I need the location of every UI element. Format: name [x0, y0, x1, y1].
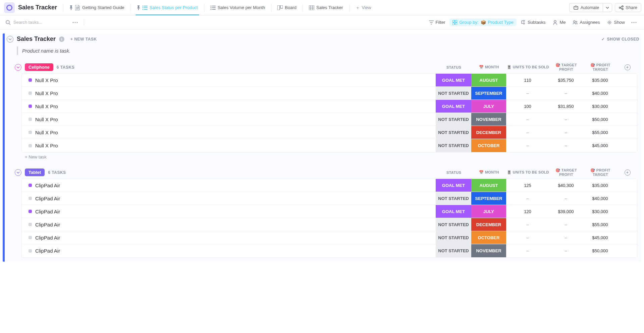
- show-button[interactable]: Show: [604, 18, 628, 26]
- status-square-icon[interactable]: [29, 210, 32, 213]
- add-column[interactable]: ＋: [618, 170, 637, 176]
- profit-target-cell[interactable]: $55,000: [583, 218, 618, 231]
- status-cell[interactable]: NOT STARTED: [436, 139, 471, 152]
- tab-volume-per-month[interactable]: Sales Volume per Month: [206, 0, 269, 15]
- task-name[interactable]: ClipPad Air: [35, 248, 60, 254]
- search-input[interactable]: [13, 20, 54, 25]
- task-name[interactable]: Null X Pro: [35, 143, 58, 148]
- status-cell[interactable]: NOT STARTED: [436, 87, 471, 99]
- status-square-icon[interactable]: [29, 197, 32, 200]
- task-name[interactable]: ClipPad Air: [35, 183, 60, 188]
- profit-target-cell[interactable]: $50,000: [583, 113, 618, 126]
- target-profit-cell[interactable]: $40,300: [549, 179, 583, 192]
- month-cell[interactable]: SEPTEMBER: [471, 192, 506, 205]
- groupby-button[interactable]: Group by: 📦 Product Type: [449, 18, 516, 26]
- units-cell[interactable]: –: [506, 244, 549, 257]
- task-name[interactable]: Null X Pro: [35, 117, 58, 122]
- status-cell[interactable]: NOT STARTED: [436, 113, 471, 126]
- table-row[interactable]: Null X Pro NOT STARTED SEPTEMBER – – $40…: [22, 87, 637, 100]
- group-name-pill[interactable]: Cellphone: [25, 63, 53, 71]
- target-profit-cell[interactable]: –: [549, 113, 583, 126]
- units-cell[interactable]: –: [506, 231, 549, 244]
- tab-getting-started[interactable]: Getting Started Guide: [65, 0, 128, 15]
- task-name[interactable]: ClipPad Air: [35, 209, 60, 214]
- month-cell[interactable]: AUGUST: [471, 74, 506, 86]
- new-task-button[interactable]: + NEW TASK: [70, 37, 97, 42]
- table-row[interactable]: ClipPad Air NOT STARTED NOVEMBER – – $50…: [22, 244, 637, 257]
- units-cell[interactable]: –: [506, 113, 549, 126]
- automate-dropdown[interactable]: [603, 3, 612, 12]
- profit-target-cell[interactable]: $50,000: [583, 244, 618, 257]
- group-collapse-toggle[interactable]: [15, 169, 21, 176]
- tab-sales-tracker[interactable]: Sales Tracker: [305, 0, 347, 15]
- month-cell[interactable]: JULY: [471, 205, 506, 218]
- target-profit-cell[interactable]: $31,850: [549, 100, 583, 113]
- status-cell[interactable]: GOAL MET: [436, 179, 471, 192]
- target-profit-cell[interactable]: –: [549, 126, 583, 139]
- col-target-profit[interactable]: 🎯 TARGET PROFIT: [549, 168, 583, 177]
- task-name[interactable]: Null X Pro: [35, 90, 58, 96]
- table-row[interactable]: ClipPad Air NOT STARTED OCTOBER – – $45,…: [22, 231, 637, 244]
- status-square-icon[interactable]: [29, 131, 32, 134]
- units-cell[interactable]: –: [506, 87, 549, 99]
- col-status[interactable]: STATUS: [436, 171, 472, 175]
- month-cell[interactable]: NOVEMBER: [471, 244, 506, 257]
- units-cell[interactable]: 100: [506, 100, 549, 113]
- col-month[interactable]: 📅 MONTH: [472, 170, 506, 175]
- profit-target-cell[interactable]: $45,000: [583, 231, 618, 244]
- status-square-icon[interactable]: [29, 236, 32, 239]
- subtasks-button[interactable]: Subtasks: [518, 18, 548, 26]
- collapse-toggle[interactable]: [7, 36, 13, 43]
- new-task-row[interactable]: + New task: [25, 154, 637, 159]
- month-cell[interactable]: DECEMBER: [471, 218, 506, 231]
- table-row[interactable]: ClipPad Air GOAL MET AUGUST 125 $40,300 …: [22, 179, 637, 192]
- add-column[interactable]: ＋: [618, 64, 637, 70]
- profit-target-cell[interactable]: $35,000: [583, 74, 618, 86]
- col-units[interactable]: 🎚️ UNITS TO BE SOLD: [506, 65, 549, 69]
- task-name[interactable]: Null X Pro: [35, 130, 58, 135]
- status-cell[interactable]: NOT STARTED: [436, 218, 471, 231]
- status-cell[interactable]: GOAL MET: [436, 74, 471, 86]
- table-row[interactable]: Null X Pro NOT STARTED NOVEMBER – – $50,…: [22, 113, 637, 126]
- col-profit-target[interactable]: 🎯 PROFIT TARGET: [583, 168, 618, 177]
- units-cell[interactable]: –: [506, 218, 549, 231]
- automate-button[interactable]: Automate: [569, 3, 603, 12]
- profit-target-cell[interactable]: $30,000: [583, 100, 618, 113]
- task-name[interactable]: Null X Pro: [35, 77, 58, 83]
- profit-target-cell[interactable]: $55,000: [583, 126, 618, 139]
- month-cell[interactable]: JULY: [471, 100, 506, 113]
- units-cell[interactable]: –: [506, 126, 549, 139]
- status-cell[interactable]: NOT STARTED: [436, 192, 471, 205]
- col-month[interactable]: 📅 MONTH: [472, 65, 506, 69]
- profit-target-cell[interactable]: $40,000: [583, 192, 618, 205]
- tab-board[interactable]: Board: [273, 0, 301, 15]
- show-closed-button[interactable]: ✓ SHOW CLOSED: [601, 37, 639, 42]
- status-cell[interactable]: NOT STARTED: [436, 231, 471, 244]
- status-cell[interactable]: GOAL MET: [436, 100, 471, 113]
- add-view-button[interactable]: ＋ View: [352, 5, 375, 11]
- table-row[interactable]: Null X Pro GOAL MET JULY 100 $31,850 $30…: [22, 100, 637, 113]
- profit-target-cell[interactable]: $35,000: [583, 179, 618, 192]
- target-profit-cell[interactable]: –: [549, 231, 583, 244]
- info-icon[interactable]: i: [59, 37, 64, 42]
- task-name[interactable]: Null X Pro: [35, 104, 58, 109]
- status-square-icon[interactable]: [29, 249, 32, 253]
- task-name[interactable]: ClipPad Air: [35, 196, 60, 201]
- profit-target-cell[interactable]: $45,000: [583, 139, 618, 152]
- task-name[interactable]: ClipPad Air: [35, 222, 60, 227]
- status-cell[interactable]: NOT STARTED: [436, 244, 471, 257]
- status-square-icon[interactable]: [29, 78, 32, 82]
- target-profit-cell[interactable]: –: [549, 87, 583, 99]
- status-square-icon[interactable]: [29, 105, 32, 108]
- month-cell[interactable]: NOVEMBER: [471, 113, 506, 126]
- table-row[interactable]: ClipPad Air NOT STARTED SEPTEMBER – – $4…: [22, 192, 637, 205]
- target-profit-cell[interactable]: $35,750: [549, 74, 583, 86]
- status-square-icon[interactable]: [29, 91, 32, 95]
- target-profit-cell[interactable]: –: [549, 192, 583, 205]
- search-wrap[interactable]: [5, 20, 69, 25]
- table-row[interactable]: ClipPad Air GOAL MET JULY 120 $39,000 $3…: [22, 205, 637, 218]
- assignees-button[interactable]: Assignees: [570, 18, 603, 26]
- col-status[interactable]: STATUS: [436, 65, 472, 69]
- table-row[interactable]: ClipPad Air NOT STARTED DECEMBER – – $55…: [22, 218, 637, 231]
- table-row[interactable]: Null X Pro GOAL MET AUGUST 110 $35,750 $…: [22, 74, 637, 87]
